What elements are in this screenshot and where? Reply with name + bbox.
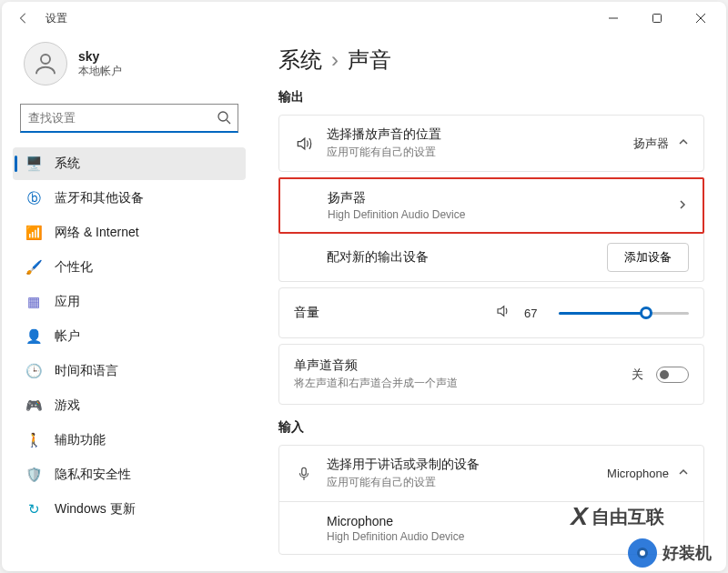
input-current-device: Microphone <box>607 467 669 480</box>
volume-label: 音量 <box>294 305 339 321</box>
chevron-up-icon <box>678 136 689 150</box>
nav-icon: 🖌️ <box>25 259 42 276</box>
svg-rect-1 <box>653 15 662 23</box>
close-button[interactable] <box>682 4 719 33</box>
breadcrumb: 系统 › 声音 <box>278 45 704 75</box>
mic-title: Microphone <box>327 514 689 528</box>
speaker-sub: High Definition Audio Device <box>328 208 664 221</box>
nav-icon: 📶 <box>25 225 42 241</box>
microphone-icon <box>294 466 314 482</box>
user-account-type: 本地帐户 <box>78 64 122 79</box>
speaker-icon <box>294 135 314 153</box>
nav-item-2[interactable]: 📶网络 & Internet <box>13 216 246 249</box>
nav-label: Windows 更新 <box>55 501 136 518</box>
speaker-title: 扬声器 <box>328 190 664 206</box>
search-container <box>20 104 238 133</box>
minimize-button[interactable] <box>595 4 632 33</box>
nav-label: 辅助功能 <box>55 432 106 448</box>
breadcrumb-root[interactable]: 系统 <box>278 45 322 75</box>
nav-icon: 🎮 <box>25 397 42 414</box>
volume-card: 音量 67 <box>278 287 704 338</box>
mono-state: 关 <box>632 367 643 383</box>
speaker-device-row[interactable]: 扬声器 High Definition Audio Device <box>280 179 703 232</box>
mono-audio-card[interactable]: 单声道音频 将左声道和右声道合并成一个声道 关 <box>278 344 704 405</box>
output-current-device: 扬声器 <box>633 136 669 152</box>
input-device-selector[interactable]: 选择用于讲话或录制的设备 应用可能有自己的设置 Microphone <box>279 446 703 501</box>
avatar-icon <box>24 42 67 85</box>
nav-icon: 🛡️ <box>25 467 42 483</box>
nav-label: 系统 <box>55 156 80 172</box>
add-device-button[interactable]: 添加设备 <box>607 243 689 272</box>
nav-label: 帐户 <box>55 328 80 345</box>
nav-item-8[interactable]: 🚶辅助功能 <box>13 424 246 457</box>
output-section-label: 输出 <box>278 89 704 106</box>
nav-item-6[interactable]: 🕒时间和语言 <box>13 355 246 387</box>
back-button[interactable] <box>9 4 38 33</box>
volume-speaker-icon[interactable] <box>495 303 511 323</box>
output-select-sub: 应用可能有自己的设置 <box>327 145 621 160</box>
volume-value: 67 <box>524 307 546 320</box>
nav-icon: 👤 <box>25 328 42 345</box>
nav-icon: 🚶 <box>25 432 42 448</box>
nav-icon: 🖥️ <box>25 156 42 172</box>
search-icon <box>217 110 231 128</box>
mono-sub: 将左声道和右声道合并成一个声道 <box>294 376 619 391</box>
nav-label: 应用 <box>55 294 80 310</box>
user-profile[interactable]: sky 本地帐户 <box>13 35 246 100</box>
input-select-title: 选择用于讲话或录制的设备 <box>327 457 594 473</box>
nav-icon: ⓑ <box>25 190 42 206</box>
nav-label: 游戏 <box>55 397 80 414</box>
pair-device-row: 配对新的输出设备 添加设备 <box>278 234 704 282</box>
nav-icon: ▦ <box>25 294 42 310</box>
mic-sub: High Definition Audio Device <box>327 530 689 543</box>
svg-rect-5 <box>302 467 307 475</box>
nav-label: 蓝牙和其他设备 <box>55 190 144 206</box>
nav-label: 时间和语言 <box>55 363 118 379</box>
user-name: sky <box>78 49 122 64</box>
breadcrumb-leaf: 声音 <box>348 45 391 75</box>
mono-title: 单声道音频 <box>294 357 619 374</box>
nav-item-0[interactable]: 🖥️系统 <box>13 147 246 180</box>
breadcrumb-separator: › <box>331 47 339 73</box>
chevron-right-icon <box>677 199 688 213</box>
output-device-selector[interactable]: 选择播放声音的位置 应用可能有自己的设置 扬声器 <box>279 116 703 171</box>
nav-item-7[interactable]: 🎮游戏 <box>13 389 246 422</box>
svg-line-4 <box>227 120 230 124</box>
chevron-up-icon <box>678 467 689 480</box>
mono-toggle[interactable] <box>656 367 689 383</box>
input-section-label: 输入 <box>278 419 704 436</box>
nav-icon: 🕒 <box>25 363 42 379</box>
nav-item-9[interactable]: 🛡️隐私和安全性 <box>13 458 246 491</box>
nav-label: 个性化 <box>55 259 93 276</box>
output-select-title: 选择播放声音的位置 <box>327 126 621 143</box>
pair-label: 配对新的输出设备 <box>327 249 594 266</box>
svg-point-3 <box>218 112 228 121</box>
microphone-device-row[interactable]: Microphone High Definition Audio Device <box>279 501 703 554</box>
nav-label: 网络 & Internet <box>55 225 139 241</box>
window-title: 设置 <box>46 11 67 26</box>
nav-item-5[interactable]: 👤帐户 <box>13 320 246 353</box>
maximize-button[interactable] <box>639 4 675 33</box>
nav-label: 隐私和安全性 <box>55 467 131 483</box>
nav-item-10[interactable]: ↻Windows 更新 <box>13 493 246 526</box>
search-input[interactable] <box>20 104 238 133</box>
input-select-sub: 应用可能有自己的设置 <box>327 475 594 490</box>
nav-icon: ↻ <box>25 501 42 518</box>
nav-item-3[interactable]: 🖌️个性化 <box>13 251 246 284</box>
nav-item-4[interactable]: ▦应用 <box>13 286 246 318</box>
nav-item-1[interactable]: ⓑ蓝牙和其他设备 <box>13 182 246 215</box>
volume-slider[interactable] <box>559 304 689 322</box>
svg-point-2 <box>41 55 50 64</box>
